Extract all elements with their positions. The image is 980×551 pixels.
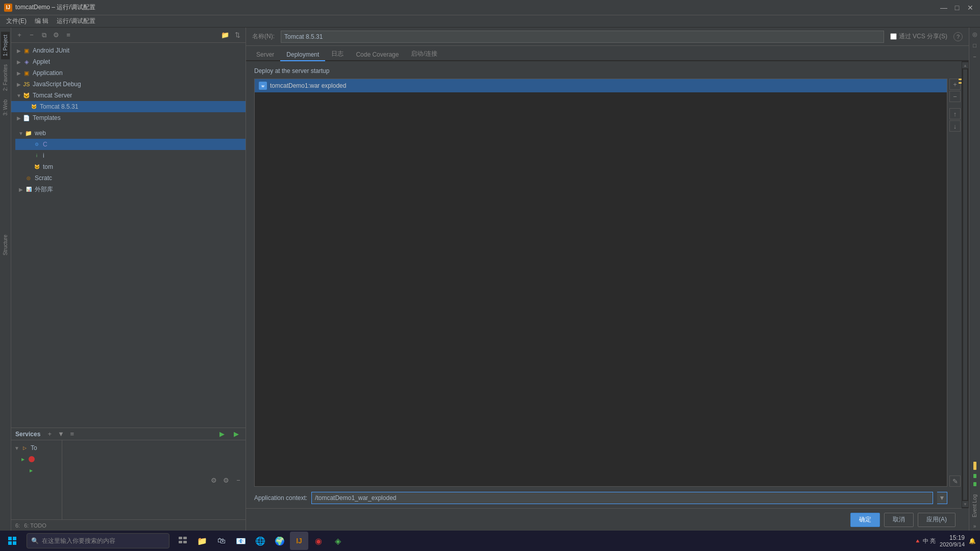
taskbar-app-taskview[interactable] [174,532,192,550]
notification-icon[interactable]: 🔔 [969,538,976,544]
tree-label-scratch: Scratc [35,174,52,182]
tab-code-coverage[interactable]: Code Coverage [350,49,405,61]
tomcat-config-icon: 🐱 [33,163,41,171]
taskbar-app-red[interactable]: ◉ [309,532,328,550]
taskbar-app-green[interactable]: ◈ [329,532,347,550]
services-add-button[interactable]: + [44,429,55,439]
taskbar-app-browser2[interactable]: 🌍 [271,532,289,550]
app-context-input[interactable] [311,492,933,504]
taskbar-app-edge[interactable]: 🌐 [251,532,270,550]
tab-server[interactable]: Server [250,49,280,61]
maximize-button[interactable]: □ [951,2,963,13]
tree-label-file1: C [43,141,47,148]
todo-number-icon: 6: [15,522,20,529]
help-icon[interactable]: ? [953,32,963,41]
todo-bar: 6: 6: TODO [11,519,246,531]
services-toolbar: + ▼ ≡ [44,429,77,439]
scroll-up-button[interactable]: ▲ [962,62,968,68]
services-settings-icon[interactable]: ⚙ [209,475,219,485]
tree-item-applet[interactable]: ▶ ◈ Applet [11,56,246,67]
taskbar-app-store[interactable]: 🛍 [212,532,231,550]
services-subitem2[interactable]: ▶ [11,465,62,476]
tomcat-server-icon: 🐱 [22,91,31,99]
tab-deployment[interactable]: Deployment [280,49,325,61]
taskbar-time: 15:19 [940,534,965,541]
tree-item-tomcat-config[interactable]: 🐱 tom [15,161,246,172]
settings-button[interactable]: ⚙ [51,30,61,40]
taskbar-system-tray: 🔺 中 亮 15:19 2020/9/14 🔔 [914,534,980,547]
tree-item-web[interactable]: ▼ 📁 web [15,128,246,139]
taskbar-search-box[interactable]: 🔍 在这里输入你要搜索的内容 [27,533,169,548]
ok-button[interactable]: 确定 [850,513,880,527]
services-collapse-all-button[interactable]: ≡ [67,429,77,439]
deploy-remove-button[interactable]: − [949,91,961,102]
folder-button[interactable]: 📁 [220,30,230,40]
tree-item-tomcat-8531[interactable]: 🐱 Tomcat 8.5.31 [11,101,246,112]
right-panel-btn3[interactable]: − [970,52,979,61]
right-indicator-2 [973,474,976,478]
taskbar-app-mail[interactable]: 📧 [232,532,250,550]
tree-item-tomcat-server[interactable]: ▼ 🐱 Tomcat Server [11,90,246,101]
external-libs-icon: 📊 [24,185,33,193]
taskbar-app-explorer[interactable]: 📁 [193,532,211,550]
taskbar-app-idea[interactable]: IJ [290,532,308,550]
index-file-icon: i [33,152,41,160]
event-log-label[interactable]: Event Log [972,492,977,519]
vcs-share-area: 通过 VCS 分享(S) [890,32,947,41]
app-context-label: Application context: [254,494,307,502]
services-tomcat-icon: ▷ [20,444,29,452]
title-bar: IJ tomcatDemo – 运行/调试配置 — □ ✕ [0,0,980,15]
taskbar-apps: 📁 🛍 📧 🌐 🌍 IJ ◉ ◈ [174,532,347,550]
cancel-button[interactable]: 取消 [884,513,914,527]
todo-label: 6: TODO [24,522,46,529]
tree-item-js-debug[interactable]: ▶ JS JavaScript Debug [11,79,246,90]
right-panel-btn1[interactable]: ◎ [970,30,979,39]
tree-item-application[interactable]: ▶ ▣ Application [11,67,246,79]
tree-item-scratch[interactable]: ◎ Scratc [15,172,246,184]
services-play2-button[interactable]: ▶ [231,429,241,439]
remove-config-button[interactable]: − [27,30,37,40]
menu-edit[interactable]: 编 辑 [31,16,53,27]
services-header: Services + ▼ ≡ ▶ ▶ [11,428,246,440]
right-panel-btn2[interactable]: □ [970,41,979,50]
tab-startup[interactable]: 启动/连接 [405,47,443,61]
tree-item-file2[interactable]: i i [15,150,246,161]
services-play-button[interactable]: ▶ [217,429,227,439]
minimize-button[interactable]: — [938,2,949,13]
vtab-structure[interactable]: Structure [1,232,10,259]
vtab-favorites[interactable]: 2: Favorites [1,61,10,94]
start-button[interactable] [0,531,24,551]
services-subitem[interactable]: ▶ [11,454,62,465]
vtab-web[interactable]: 3: Web [1,96,10,119]
tab-logs[interactable]: 日志 [325,47,350,61]
svg-rect-4 [8,541,12,545]
apply-button[interactable]: 应用(A) [918,513,955,527]
add-config-button[interactable]: + [14,30,24,40]
copy-config-button[interactable]: ⧉ [39,30,49,40]
close-button[interactable]: ✕ [965,2,976,13]
services-minus-button[interactable]: − [233,475,243,485]
vcs-share-checkbox[interactable] [890,33,897,40]
tree-item-external-libs[interactable]: ▶ 📊 外部库 [15,184,246,195]
deploy-move-down-button[interactable]: ↓ [949,120,961,132]
services-collapse-button[interactable]: ▼ [56,429,66,439]
sort-button[interactable]: ≡ [63,30,74,40]
deploy-move-up-button[interactable]: ↑ [949,108,961,119]
deploy-side-buttons: + − ↑ ↓ ✎ [949,79,961,487]
menu-file[interactable]: 文件(E) [2,16,31,27]
tree-item-android-junit[interactable]: ▶ ▣ Android JUnit [11,45,246,56]
menu-run-config[interactable]: 运行/调试配置 [53,16,99,27]
deploy-edit-button[interactable]: ✎ [949,475,961,487]
deploy-item-war[interactable]: W tomcatDemo1:war exploded [255,79,947,92]
tree-item-templates[interactable]: ▶ 📄 Templates [11,112,246,123]
scroll-down-button[interactable]: ▼ [962,501,968,507]
svg-rect-6 [179,537,182,539]
filter-button[interactable]: ⇅ [232,30,242,40]
services-tree-item[interactable]: ▼ ▷ To [11,442,62,454]
app-context-dropdown[interactable]: ▼ [937,492,947,504]
vtab-project[interactable]: 1: Project [1,32,10,59]
services-gear-button[interactable]: ⚙ [221,475,231,485]
config-name-input[interactable] [281,31,884,43]
tree-item-file1[interactable]: ⚙ C [15,139,246,150]
right-collapse-btn[interactable]: » [970,521,979,531]
